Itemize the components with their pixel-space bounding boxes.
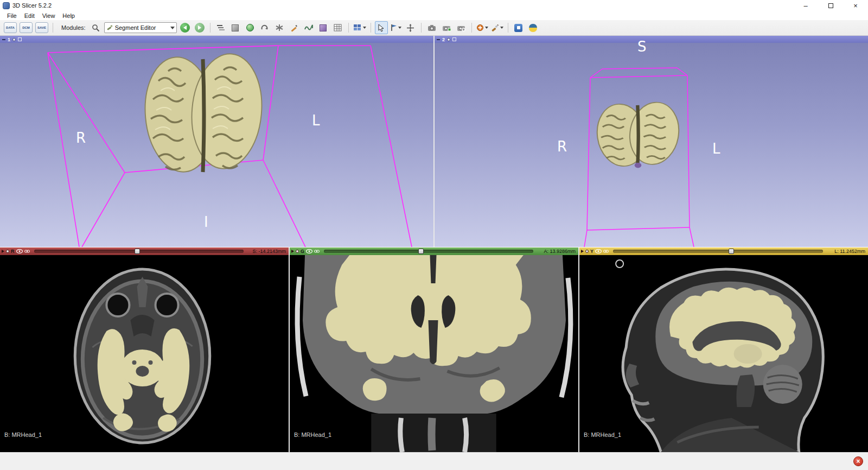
load-data-button[interactable]: DATA [3, 21, 17, 34]
mouse-pointer-mode-button[interactable] [375, 21, 388, 34]
load-dicom-button[interactable]: DCM [19, 21, 33, 34]
slider-handle[interactable] [135, 249, 140, 254]
menu-view[interactable]: View [39, 12, 59, 20]
link-views-icon[interactable] [603, 249, 609, 253]
extensions-manager-button[interactable] [512, 21, 525, 34]
maximize-view-icon[interactable] [18, 37, 22, 41]
error-log-button[interactable]: × [853, 456, 863, 466]
threed-scene-1 [0, 43, 433, 247]
markups-place-button[interactable] [476, 21, 489, 34]
module-shortcut-tables-button[interactable] [331, 21, 344, 34]
module-shortcut-data-button[interactable] [214, 21, 227, 34]
pin-icon[interactable] [6, 250, 9, 253]
green-slice-controller[interactable]: G A: 13.9286mm [290, 247, 578, 255]
collapse-icon[interactable] [437, 39, 440, 40]
menu-edit[interactable]: Edit [21, 12, 39, 20]
module-shortcut-volume-rendering-button[interactable] [302, 21, 315, 34]
red-slice-controller[interactable]: R S: -14.2143mm [0, 247, 289, 255]
yellow-slice-image[interactable]: B: MRHead_1 [579, 255, 868, 452]
axial-mri-image [0, 255, 289, 452]
module-shortcut-volumes-icon [232, 24, 239, 31]
orientation-label-right: R [76, 130, 86, 146]
adjust-crosshair-button[interactable] [404, 21, 417, 34]
module-shortcut-annotations-icon [276, 24, 283, 31]
red-slice-image[interactable]: B: MRHead_1 [0, 255, 289, 452]
visibility-eye-icon[interactable] [595, 249, 602, 253]
minimize-button[interactable]: – [793, 0, 818, 11]
pin-icon[interactable] [585, 250, 589, 253]
module-history-back-button[interactable] [178, 21, 192, 34]
menu-file[interactable]: File [3, 12, 21, 20]
slicer-window: 3D Slicer 5.2.2 – × File Edit View Help … [0, 0, 868, 470]
pin-icon[interactable] [447, 38, 450, 41]
pin-icon[interactable] [296, 250, 299, 253]
module-shortcut-transforms-button[interactable] [258, 21, 271, 34]
module-shortcut-models-button[interactable] [244, 21, 257, 34]
threed-view-1-controller[interactable]: 1 [0, 36, 433, 43]
slider-track[interactable] [324, 250, 533, 253]
toolbar-separator [371, 23, 371, 33]
red-slice-offset-slider[interactable] [34, 249, 244, 254]
green-slice-view: G A: 13.9286mm [290, 247, 578, 452]
visibility-eye-icon[interactable] [16, 249, 23, 253]
collapse-icon[interactable] [2, 39, 5, 40]
module-history-forward-icon [195, 23, 205, 33]
title-bar: 3D Slicer 5.2.2 – × [0, 0, 868, 11]
yellow-slice-controller[interactable]: Y L: 11.2452mm [579, 247, 868, 255]
module-selector-icon [106, 24, 113, 31]
collapse-icon[interactable] [291, 250, 294, 253]
module-shortcut-volumes-button[interactable] [229, 21, 242, 34]
slider-track[interactable] [613, 250, 823, 253]
link-views-icon[interactable] [24, 249, 30, 253]
threed-viewport-1[interactable]: R L I [0, 43, 433, 247]
red-slice-view: R S: -14.2143mm [0, 247, 289, 452]
collapse-icon[interactable] [2, 250, 4, 253]
threed-viewport-2[interactable]: S R L [435, 43, 868, 247]
slider-handle[interactable] [729, 249, 734, 254]
green-slice-image[interactable]: B: MRHead_1 [290, 255, 578, 452]
screenshot-button[interactable] [425, 21, 438, 34]
maximize-button[interactable] [818, 0, 843, 11]
module-shortcut-editor-button[interactable] [288, 21, 301, 34]
visibility-eye-icon[interactable] [306, 249, 312, 253]
toolbar-separator [53, 23, 53, 33]
threed-view-2-controller[interactable]: 2 [435, 36, 868, 43]
scene-view-capture-button[interactable] [440, 21, 453, 34]
green-slice-offset-value: A: 13.9286mm [538, 249, 577, 254]
save-icon: SAVE [35, 22, 48, 33]
toolbar-separator [348, 23, 349, 33]
paint-tools-button[interactable] [490, 21, 504, 34]
adjust-crosshair-icon [406, 24, 414, 32]
link-views-icon[interactable] [314, 249, 320, 253]
module-search-button[interactable] [90, 21, 103, 34]
orientation-label-left: L [312, 112, 320, 129]
module-history-forward-button[interactable] [193, 21, 206, 34]
brain-model [594, 101, 682, 168]
green-slice-offset-slider[interactable] [324, 249, 533, 254]
module-shortcut-segmentations-button[interactable] [317, 21, 330, 34]
toolbar-separator [210, 23, 210, 33]
save-button[interactable]: SAVE [35, 21, 49, 34]
toolbar-separator [508, 23, 508, 33]
chevron-down-icon [363, 27, 366, 29]
module-selector-value: Segment Editor [115, 24, 168, 31]
collapse-icon[interactable] [581, 250, 584, 253]
menu-help[interactable]: Help [59, 12, 79, 20]
place-point-mode-button[interactable] [390, 21, 403, 34]
module-selector[interactable]: Segment Editor [104, 22, 177, 33]
orientation-label-right: R [557, 138, 567, 155]
background-volume-label: B: MRHead_1 [294, 431, 331, 438]
load-data-icon: DATA [4, 22, 17, 33]
layout-selector-button[interactable] [353, 21, 367, 34]
python-console-button[interactable] [527, 21, 540, 34]
chevron-down-icon [170, 27, 175, 29]
red-slice-offset-value: S: -14.2143mm [248, 249, 287, 254]
screenshot-icon [427, 24, 436, 31]
close-button[interactable]: × [843, 0, 868, 11]
module-shortcut-annotations-button[interactable] [273, 21, 286, 34]
maximize-view-icon[interactable] [452, 37, 456, 41]
yellow-slice-offset-slider[interactable] [613, 249, 823, 254]
slider-handle[interactable] [418, 249, 424, 254]
pin-icon[interactable] [12, 38, 16, 41]
scene-view-restore-button[interactable] [455, 21, 468, 34]
